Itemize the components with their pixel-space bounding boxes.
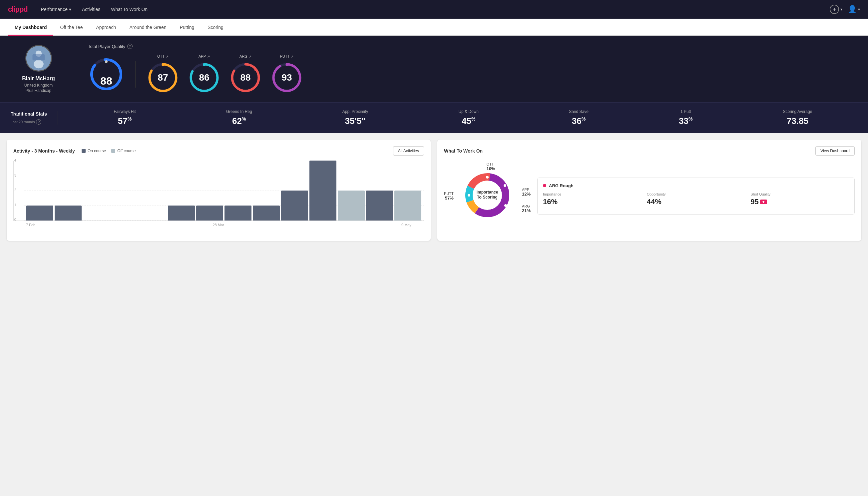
donut-chart-area: PUTT 57% OTT 10% APP 12% ARG [444, 161, 531, 231]
bar-item [310, 160, 336, 220]
x-labels: 7 Feb 28 Mar 9 May [13, 221, 424, 227]
bottom-panels: Activity - 3 Months - Weekly On course O… [0, 133, 868, 248]
chevron-down-icon: ▾ [69, 7, 71, 12]
wtwo-panel-header: What To Work On View Dashboard [444, 146, 855, 156]
bar-item [281, 190, 308, 220]
metric-opportunity: Opportunity 44% [647, 192, 745, 206]
svg-point-29 [504, 204, 507, 207]
nav-performance[interactable]: Performance ▾ [41, 7, 71, 12]
metric-shot-quality: Shot Quality 95 ▼ [751, 192, 849, 206]
stat-greens-in-reg: Greens In Reg 62% [226, 109, 252, 126]
chevron-down-icon: ▾ [840, 7, 842, 12]
bar-item [253, 205, 280, 220]
donut-section: PUTT 57% OTT 10% APP 12% ARG [444, 161, 855, 231]
app-logo[interactable]: clippd [8, 5, 28, 14]
donut-label-ott: OTT 10% [486, 162, 495, 171]
stat-1-putt: 1 Putt 33% [679, 109, 693, 126]
stat-items: Fairways Hit 57% Greens In Reg 62% App. … [58, 109, 857, 126]
score-value-putt: 93 [282, 72, 292, 83]
view-dashboard-button[interactable]: View Dashboard [815, 146, 855, 156]
bar-chart-inner: 4 3 2 1 0 [13, 161, 424, 221]
activity-panel: Activity - 3 Months - Weekly On course O… [7, 140, 431, 241]
score-label-ott: OTT ↗ [157, 54, 169, 58]
bar-item [196, 205, 223, 220]
info-metrics: Importance 16% Opportunity 44% Shot Qual… [543, 192, 849, 206]
player-handicap: Plus Handicap [26, 88, 51, 93]
add-button[interactable]: + ▾ [830, 5, 842, 14]
arrow-up-icon: ↗ [207, 55, 210, 58]
tab-bar: My Dashboard Off the Tee Approach Around… [0, 19, 868, 36]
hero-section: Blair McHarg United Kingdom Plus Handica… [0, 36, 868, 102]
score-label-app: APP ↗ [199, 54, 210, 58]
score-putt: PUTT ↗ 93 [270, 54, 303, 94]
svg-point-9 [162, 64, 164, 66]
quality-scores: 88 OTT ↗ 87 [88, 54, 847, 94]
stats-section: Traditional Stats Last 20 rounds ? Fairw… [0, 102, 868, 133]
nav-what-to-work-on[interactable]: What To Work On [111, 7, 147, 12]
legend-off-course: Off course [111, 149, 136, 153]
wtwo-title: What To Work On [444, 148, 483, 154]
arrow-up-icon: ↗ [291, 55, 294, 58]
user-menu-button[interactable]: 👤 ▾ [848, 5, 860, 14]
donut-svg-container: Importance To Scoring [462, 170, 512, 221]
score-ott: OTT ↗ 87 [146, 54, 179, 94]
help-icon[interactable]: ? [127, 44, 132, 49]
svg-point-28 [504, 184, 506, 187]
bar-item [26, 205, 53, 220]
svg-point-2 [34, 60, 44, 68]
donut-svg: Importance To Scoring [462, 170, 512, 220]
stat-app-proximity: App. Proximity 35'5" [343, 109, 368, 126]
player-name: Blair McHarg [22, 76, 55, 82]
tab-off-the-tee[interactable]: Off the Tee [53, 19, 89, 36]
arg-rough-card: ARG Rough Importance 16% Opportunity 44%… [537, 177, 855, 215]
stat-sand-save: Sand Save 36% [569, 109, 588, 126]
bar-item [54, 205, 82, 220]
down-badge: ▼ [760, 200, 767, 204]
tab-approach[interactable]: Approach [89, 19, 123, 36]
svg-point-27 [486, 176, 489, 179]
legend-dot-on-course [82, 149, 85, 153]
donut-label-app: APP 12% [522, 188, 531, 197]
metric-importance: Importance 16% [543, 192, 642, 206]
activity-panel-header: Activity - 3 Months - Weekly On course O… [13, 146, 424, 156]
score-arg: ARG ↗ 88 [229, 54, 262, 94]
red-dot-icon [543, 184, 546, 187]
svg-point-18 [286, 64, 288, 66]
bar-item [366, 190, 393, 220]
svg-point-30 [468, 194, 470, 197]
arrow-up-icon: ↗ [166, 55, 169, 58]
tab-putting[interactable]: Putting [173, 19, 201, 36]
what-to-work-on-panel: What To Work On View Dashboard PUTT 57% … [437, 140, 861, 241]
stat-up-and-down: Up & Down 45% [458, 109, 479, 126]
donut-label-arg: ARG 21% [522, 204, 531, 213]
all-activities-button[interactable]: All Activities [393, 146, 424, 156]
svg-point-15 [254, 68, 257, 71]
quality-section: Total Player Quality ? 88 OTT [77, 44, 857, 94]
nav-right-actions: + ▾ 👤 ▾ [830, 5, 860, 14]
stats-help-icon[interactable]: ? [36, 119, 41, 125]
arg-rough-title: ARG Rough [543, 183, 849, 188]
tab-around-the-green[interactable]: Around the Green [123, 19, 173, 36]
bar-item [394, 190, 421, 220]
activity-bar-chart: 4 3 2 1 0 7 Feb 28 Mar 9 May [13, 161, 424, 234]
activity-chart-title: Activity - 3 Months - Weekly [13, 148, 75, 154]
stat-fairways-hit: Fairways Hit 57% [114, 109, 136, 126]
stat-scoring-avg: Scoring Average 73.85 [783, 109, 812, 126]
bar-item [168, 205, 195, 220]
tab-my-dashboard[interactable]: My Dashboard [8, 19, 53, 36]
stats-label: Traditional Stats Last 20 rounds ? [11, 111, 58, 125]
nav-activities[interactable]: Activities [82, 7, 100, 12]
svg-text:To Scoring: To Scoring [477, 195, 498, 200]
player-info: Blair McHarg United Kingdom Plus Handica… [11, 45, 77, 93]
chart-legend: On course Off course [82, 149, 136, 153]
score-value-ott: 87 [158, 72, 168, 83]
score-label-arg: ARG ↗ [239, 54, 251, 58]
legend-on-course: On course [82, 149, 106, 153]
quality-title: Total Player Quality ? [88, 44, 847, 49]
tab-scoring[interactable]: Scoring [201, 19, 230, 36]
svg-point-6 [105, 60, 108, 63]
arrow-up-icon: ↗ [249, 55, 251, 58]
score-total: 88 [88, 56, 125, 93]
score-value-app: 86 [199, 72, 209, 83]
bar-item [338, 190, 365, 220]
